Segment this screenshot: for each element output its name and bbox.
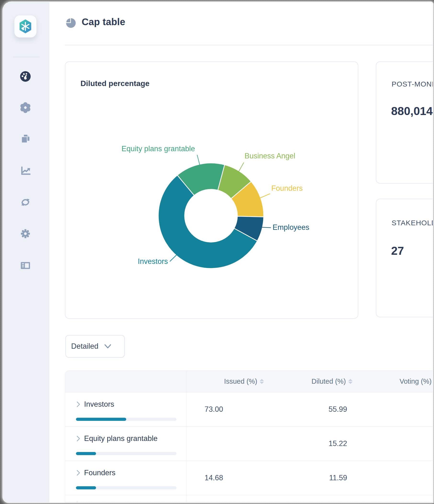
hexagon-asterisk-logo <box>19 19 32 34</box>
sidebar-item-documents[interactable] <box>20 133 31 144</box>
chevron-right-icon[interactable] <box>76 501 81 502</box>
post-money-label: POST-MONEY <box>392 80 433 88</box>
cap-table: Issued (%) Diluted (%) Voting (%) Invest… <box>65 370 433 502</box>
segment-label-equity-plans: Equity plans grantable <box>121 144 195 153</box>
ownership-bar <box>76 486 177 489</box>
cell-diluted: 55.99 <box>226 405 350 414</box>
cell-voting: 21.8 <box>349 474 433 482</box>
sidebar-divider <box>13 57 40 57</box>
table-header-issued: Issued (%) <box>186 371 266 392</box>
sidebar-item-reports[interactable] <box>20 260 31 271</box>
atom-structure-icon <box>20 102 31 113</box>
sort-icon[interactable] <box>348 379 353 384</box>
stakeholders-value: 27 <box>391 244 404 257</box>
pie-chart-icon <box>66 18 76 28</box>
chevron-right-icon[interactable] <box>76 435 81 442</box>
sidebar-item-equity[interactable] <box>20 102 31 113</box>
stakeholders-card: STAKEHOLDERS 27 <box>376 199 433 317</box>
table-row-founders[interactable]: Founders 14.68 11.59 21.8 <box>65 461 433 495</box>
segment-label-employees: Employees <box>273 223 309 232</box>
segment-label-founders: Founders <box>271 184 303 193</box>
chevron-right-icon[interactable] <box>76 401 81 407</box>
page-title: Cap table <box>82 17 125 27</box>
chevron-down-icon <box>104 344 111 349</box>
sidebar-item-transactions[interactable] <box>20 197 31 208</box>
ownership-bar <box>76 418 177 421</box>
panel-layout-icon <box>20 260 31 271</box>
sort-icon[interactable] <box>260 379 264 384</box>
table-row-equity-plans[interactable]: Equity plans grantable 15.22 <box>65 427 433 461</box>
table-row-investors[interactable]: Investors 73.00 55.99 60.1 <box>65 392 433 427</box>
table-header-voting: Voting (%) <box>355 371 433 392</box>
table-header-diluted: Diluted (%) <box>266 371 355 392</box>
sidebar-item-performance[interactable] <box>20 165 31 176</box>
line-chart-icon <box>20 165 31 176</box>
sync-arrows-icon <box>20 197 31 208</box>
row-name: Founders <box>84 468 115 477</box>
stakeholders-label: STAKEHOLDERS <box>392 219 433 227</box>
cell-issued: 73.00 <box>102 405 226 414</box>
documents-icon <box>20 133 31 144</box>
row-name: Equity plans grantable <box>84 434 158 443</box>
view-selector-dropdown[interactable]: Detailed <box>65 335 125 358</box>
view-selector-value: Detailed <box>71 342 98 351</box>
post-money-value: 880,014 <box>391 105 433 118</box>
sidebar <box>3 2 49 502</box>
diluted-percentage-card: Diluted percentage Equity plans grantabl… <box>65 61 358 319</box>
settings-gear-icon <box>20 228 31 239</box>
label-connectors <box>65 62 359 319</box>
cell-diluted: 11.59 <box>226 474 350 482</box>
sidebar-item-dashboard[interactable] <box>20 71 31 82</box>
chevron-right-icon[interactable] <box>76 470 81 476</box>
header-divider <box>65 45 433 45</box>
table-row-partial[interactable] <box>65 495 433 502</box>
page: { "header": { "icon": "pie-chart-icon", … <box>0 0 434 504</box>
cell-diluted: 15.22 <box>226 439 350 448</box>
segment-label-business-angel: Business Angel <box>245 152 295 160</box>
table-header-row: Issued (%) Diluted (%) Voting (%) <box>65 371 433 392</box>
post-money-card: POST-MONEY 880,014 <box>376 61 433 184</box>
cell-voting: 60.1 <box>349 405 433 414</box>
sidebar-item-settings[interactable] <box>20 228 31 239</box>
app-window: Cap table Diluted percentage Equity plan… <box>3 2 433 503</box>
segment-label-investors: Investors <box>138 257 168 266</box>
ownership-bar <box>76 452 177 455</box>
row-name: Investors <box>84 400 114 409</box>
app-logo[interactable] <box>14 15 37 38</box>
table-column-divider <box>186 371 186 502</box>
cell-issued: 14.68 <box>102 474 226 482</box>
dashboard-gauge-icon <box>20 71 31 82</box>
